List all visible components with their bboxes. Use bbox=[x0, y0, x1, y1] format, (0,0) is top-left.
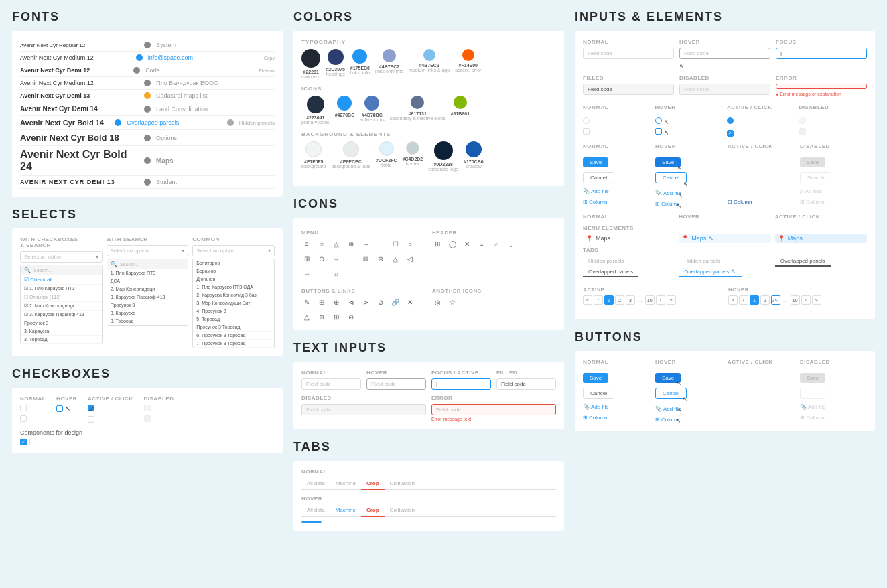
cancel-normal[interactable]: Cancel bbox=[583, 388, 614, 399]
tab-machine[interactable]: Machine bbox=[330, 477, 361, 490]
cancel-hover[interactable]: Cancel bbox=[655, 388, 687, 399]
tab-hover-crop[interactable]: Crop bbox=[361, 504, 385, 517]
list-item[interactable]: 1. Пло Карауско ПТЗ ОДА bbox=[193, 283, 274, 291]
radio-hover-btn[interactable] bbox=[655, 117, 662, 124]
column-btn-active[interactable]: ⊞ Column bbox=[728, 199, 795, 205]
cancel-btn-normal[interactable]: Cancel bbox=[583, 172, 614, 183]
tab-hover-machine[interactable]: Machine bbox=[330, 504, 361, 517]
page-3[interactable]: 3 bbox=[626, 295, 635, 305]
radio-active-btn[interactable] bbox=[727, 117, 734, 124]
list-item[interactable]: ☐ Отрывок (112) bbox=[21, 293, 102, 302]
search-bar-2[interactable]: 🔍 Search... bbox=[107, 259, 188, 269]
checkbox-checked[interactable]: ✓ bbox=[88, 405, 94, 411]
checkbox-hover-ie-box[interactable] bbox=[655, 128, 662, 135]
list-item[interactable]: 7. Просунок 3 Торосад bbox=[193, 340, 274, 348]
tab-el-hover: Hidden parcels Overlapped panels ↖ bbox=[679, 256, 770, 277]
ie-input-hover[interactable]: Field code bbox=[679, 48, 770, 59]
tab-overlapped[interactable]: Overlapped panels bbox=[583, 267, 638, 277]
list-item[interactable]: 3. Карауска bbox=[107, 309, 188, 317]
save-normal[interactable]: Save bbox=[583, 373, 608, 383]
page-2[interactable]: 2 bbox=[615, 295, 624, 305]
checkbox-unchecked-2[interactable] bbox=[20, 415, 27, 422]
list-item[interactable]: ☑ 2. Map Консолидаци bbox=[21, 302, 102, 311]
input-mock-hover[interactable]: Field code bbox=[366, 378, 426, 390]
tab-hover-cultivation[interactable]: Cultivation bbox=[385, 504, 420, 517]
list-item[interactable]: 3. Карауска bbox=[21, 327, 102, 336]
ie-input-filled[interactable]: Field code bbox=[583, 84, 674, 95]
input-mock-normal[interactable]: Field code bbox=[301, 378, 361, 390]
tab-crop[interactable]: Crop bbox=[361, 477, 385, 490]
save-btn-normal[interactable]: Save bbox=[583, 157, 608, 167]
search-bar-1[interactable]: 🔍 Search... bbox=[21, 265, 102, 275]
menu-el-hover[interactable]: 📍 Maps ↖ bbox=[679, 234, 770, 243]
input-mock-filled[interactable]: Field code bbox=[496, 378, 556, 390]
input-error-label: ERROR bbox=[431, 395, 556, 401]
tab-hidden-h[interactable]: Hidden parcels bbox=[679, 256, 725, 267]
list-item[interactable]: Просунок 3 bbox=[107, 301, 188, 309]
page-next-h[interactable]: › bbox=[801, 295, 811, 305]
page-10[interactable]: 10 bbox=[645, 295, 655, 305]
list-item[interactable]: Дюганов bbox=[193, 275, 274, 283]
list-item[interactable]: 6. Просунок 3 Торосад bbox=[193, 332, 274, 340]
list-item-check-all[interactable]: ☑ Check all bbox=[21, 275, 102, 285]
list-item[interactable]: Просунок 3 Торосад bbox=[193, 323, 274, 332]
page-prev-h[interactable]: ‹ bbox=[739, 295, 748, 305]
list-item[interactable]: 3. Торосад bbox=[107, 317, 188, 325]
tab-hidden[interactable]: Hidden parcels bbox=[583, 256, 629, 267]
checkbox-normal-ie-box[interactable] bbox=[583, 128, 590, 135]
page-1[interactable]: 1 bbox=[604, 295, 614, 305]
list-item[interactable]: Берамов bbox=[193, 267, 274, 275]
input-mock-error[interactable]: Field code bbox=[431, 404, 556, 415]
tab-hover-all-data[interactable]: All data bbox=[301, 504, 330, 517]
component-checkbox[interactable] bbox=[29, 439, 36, 445]
page-2-h[interactable]: 2 bbox=[760, 295, 770, 305]
select-dropdown-3[interactable]: Select an option ▾ bbox=[192, 245, 275, 256]
page-3-h[interactable]: 3 ↖ bbox=[771, 295, 780, 305]
select-dropdown-1[interactable]: Select an option ▾ bbox=[20, 251, 103, 263]
list-item[interactable]: Белитаров bbox=[193, 259, 274, 267]
component-checkbox-checked[interactable]: ✓ bbox=[20, 439, 27, 445]
page-next[interactable]: › bbox=[656, 295, 665, 305]
column-normal[interactable]: ⊞ Column bbox=[583, 415, 650, 421]
list-item[interactable]: ДСА bbox=[107, 277, 188, 285]
ie-input-error[interactable] bbox=[776, 84, 867, 89]
list-item[interactable]: ☑ 1. Пло Карауско ПТЗ bbox=[21, 285, 102, 293]
checkbox-hover-box[interactable] bbox=[56, 405, 63, 412]
checkbox-unchecked[interactable] bbox=[20, 405, 27, 411]
list-item[interactable]: 2. Карауска Консолид 3 баз bbox=[193, 291, 274, 299]
menu-el-active[interactable]: 📍 Maps bbox=[775, 234, 867, 243]
page-10-h[interactable]: 10 bbox=[791, 295, 800, 305]
page-first-h[interactable]: « bbox=[728, 295, 738, 305]
input-mock-focus[interactable]: | bbox=[431, 378, 491, 390]
tab-cultivation[interactable]: Cultivation bbox=[385, 477, 420, 490]
ie-input-normal[interactable]: Field code bbox=[583, 48, 674, 59]
ie-input-focus[interactable]: | bbox=[776, 48, 867, 59]
list-item[interactable]: 3. Торосад bbox=[21, 336, 102, 344]
tab-all-data[interactable]: All data bbox=[301, 477, 330, 490]
menu-el-normal[interactable]: 📍 Maps bbox=[583, 234, 675, 243]
input-focus-label: FOCUS / ACTIVE bbox=[431, 370, 491, 376]
list-item[interactable]: 5. Торосад bbox=[193, 315, 274, 323]
addfile-btn-normal[interactable]: 📎 Add file bbox=[583, 188, 650, 194]
addfile-normal[interactable]: 📎 Add file bbox=[583, 404, 650, 410]
page-last[interactable]: » bbox=[667, 295, 676, 305]
page-prev[interactable]: ‹ bbox=[594, 295, 603, 305]
list-item[interactable]: Просунок 3 bbox=[21, 319, 102, 327]
list-item[interactable]: 1. Пло Карауско ПТЗ bbox=[107, 269, 188, 277]
checkbox-active-ie-box[interactable]: ✓ bbox=[727, 130, 734, 137]
list-item[interactable]: 3. Карауска Парагоф 413 bbox=[107, 293, 188, 301]
column-btn-normal[interactable]: ⊞ Column bbox=[583, 199, 650, 205]
checkbox-unchecked-active[interactable] bbox=[88, 416, 94, 423]
list-item[interactable]: 3. Map Консолидаци Вит bbox=[193, 299, 274, 307]
radio-normal-btn[interactable] bbox=[583, 117, 590, 124]
list-item[interactable]: 2. Map Консолидаци bbox=[107, 285, 188, 293]
list-item[interactable]: 4. Просунок 3 bbox=[193, 307, 274, 315]
select-dropdown-2[interactable]: Select an option ▾ bbox=[107, 245, 189, 256]
page-first[interactable]: « bbox=[583, 295, 592, 305]
page-1-h[interactable]: 1 bbox=[750, 295, 759, 305]
cancel-btn-hover[interactable]: Cancel bbox=[655, 172, 687, 183]
tab-overlapped-a[interactable]: Overlapped panels bbox=[775, 256, 831, 267]
tab-overlapped-h[interactable]: Overlapped panels ↖ bbox=[679, 267, 741, 277]
page-last-h[interactable]: » bbox=[812, 295, 821, 305]
list-item[interactable]: ☑ 3. Карауска Парагоф 413 bbox=[21, 311, 102, 319]
